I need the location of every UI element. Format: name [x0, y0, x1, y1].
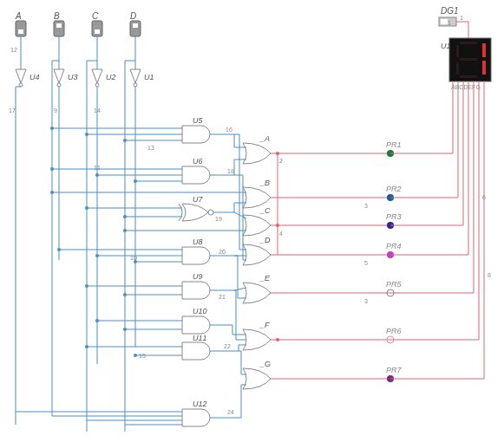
svg-point-68: [85, 345, 88, 348]
gate-U5-label: U5: [193, 116, 203, 125]
net-11: 11: [94, 165, 101, 171]
probe-PR1: PR1: [386, 140, 402, 157]
or-G: _G: [243, 360, 271, 389]
svg-point-52: [57, 248, 61, 251]
svg-rect-4: [56, 23, 62, 28]
svg-rect-9: [130, 21, 141, 36]
net-24: 24: [227, 409, 234, 415]
net-13: 13: [147, 145, 154, 151]
inverter-U1: U1: [130, 69, 154, 87]
input-B-label: B: [54, 11, 60, 21]
gate-U12-label: U12: [193, 400, 207, 408]
svg-point-138: [276, 338, 279, 341]
svg-rect-129: [482, 43, 486, 57]
p3b: 3: [364, 298, 368, 304]
net-14: 14: [94, 107, 101, 114]
or-B: _B: [243, 179, 271, 208]
driver-DG1: DG1 1 1: [439, 6, 468, 38]
inverter-U3-label: U3: [68, 73, 78, 81]
or-G-label: _G: [259, 360, 271, 368]
net-16: 16: [226, 127, 232, 133]
driver-DG1-label: DG1: [441, 6, 459, 16]
svg-rect-6: [92, 21, 102, 36]
p2: 2: [279, 158, 283, 164]
svg-rect-132: [460, 58, 477, 61]
svg-rect-130: [482, 61, 486, 75]
svg-rect-133: [460, 75, 477, 78]
probe-PR7: PR7: [386, 366, 403, 382]
probe-PR2-label: PR2: [386, 185, 402, 193]
svg-point-84: [50, 191, 54, 194]
inverter-U2-label: U2: [106, 73, 116, 81]
svg-point-34: [123, 139, 127, 142]
net-21: 21: [219, 294, 226, 300]
svg-point-63: [95, 319, 99, 322]
gate-U8-label: U8: [193, 237, 203, 246]
svg-point-14: [95, 83, 99, 87]
svg-point-58: [85, 284, 88, 288]
gate-U6: U6: [182, 157, 210, 184]
or-D: _D: [243, 236, 271, 265]
svg-point-42: [208, 210, 213, 215]
input-D-label: D: [130, 11, 136, 21]
svg-point-69: [134, 354, 137, 357]
net-20: 20: [219, 249, 226, 255]
svg-point-33: [85, 133, 88, 136]
gate-U11: U11: [182, 334, 210, 360]
or-F: _F: [243, 321, 271, 350]
net-22: 22: [224, 343, 231, 349]
svg-rect-131: [460, 42, 477, 44]
probe-PR5-label: PR5: [386, 280, 403, 289]
svg-point-59: [123, 293, 127, 296]
seven-seg-pins: ABCDEFG: [451, 84, 481, 90]
svg-point-40: [95, 173, 99, 177]
p3a: 3: [364, 203, 368, 209]
inverter-U1-label: U1: [144, 73, 154, 81]
inverter-U4-label: U4: [29, 73, 40, 81]
net-19: 19: [215, 216, 222, 222]
svg-point-47: [123, 215, 127, 218]
gate-U10-label: U10: [193, 307, 207, 315]
probe-PR6: PR6: [386, 327, 402, 343]
probe-PR3-label: PR3: [386, 212, 402, 221]
svg-point-15: [134, 83, 137, 87]
svg-point-32: [50, 127, 54, 130]
probe-PR3: PR3: [386, 212, 402, 229]
svg-rect-0: [16, 21, 26, 36]
gate-U9-label: U9: [193, 272, 203, 281]
svg-point-46: [85, 206, 88, 210]
inverter-U4: U4: [16, 69, 40, 87]
svg-rect-134: [456, 45, 459, 57]
gate-U8: U8: [182, 237, 210, 264]
probe-PR6-label: PR6: [386, 327, 402, 335]
p8: 8: [488, 272, 491, 278]
svg-line-97: [234, 288, 246, 290]
gate-U11-label: U11: [193, 334, 207, 342]
net-9: 9: [54, 107, 57, 114]
gate-U5: U5: [182, 116, 210, 143]
p6: 6: [482, 194, 486, 200]
gate-U7: U7: [179, 195, 213, 221]
probe-PR2: PR2: [386, 185, 402, 201]
dg1-value: 1: [448, 20, 451, 26]
svg-point-53: [95, 254, 99, 257]
or-C-label: _C: [259, 206, 271, 215]
probe-PR4-label: PR4: [386, 242, 402, 250]
gate-U9: U9: [182, 272, 210, 299]
svg-rect-7: [95, 29, 100, 34]
p1: 1: [460, 15, 463, 21]
svg-point-41: [134, 179, 137, 183]
svg-point-12: [19, 83, 23, 87]
inverter-U3: U3: [54, 69, 78, 87]
or-A-label: _A: [259, 134, 270, 143]
input-A[interactable]: A 12: [10, 11, 26, 69]
probe-PR5: PR5: [386, 280, 403, 296]
pin-12: 12: [10, 47, 17, 53]
net-18: 18: [227, 168, 234, 174]
svg-point-64: [123, 328, 127, 331]
svg-point-13: [57, 83, 61, 87]
net-17: 17: [9, 107, 16, 114]
gate-U12: U12: [182, 400, 210, 426]
or-B-label: _B: [259, 179, 270, 187]
gate-U6-label: U6: [193, 157, 203, 166]
